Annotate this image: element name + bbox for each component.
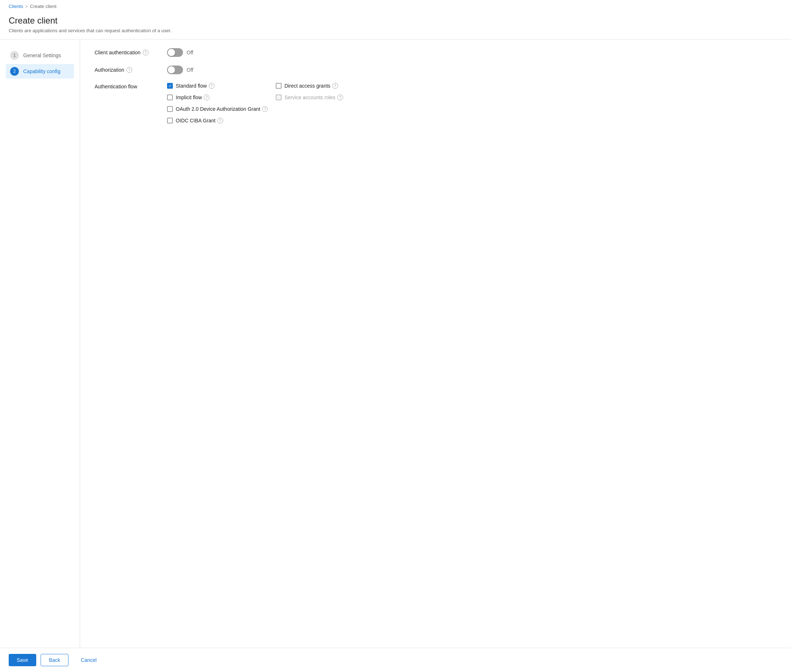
authorization-toggle-label: Off	[187, 67, 193, 73]
implicit-flow-checkbox-box	[167, 94, 173, 100]
service-accounts-roles-label: Service accounts roles ?	[284, 94, 343, 100]
main-content: Client authentication ? Off Authorizatio…	[80, 40, 791, 668]
authentication-flow-grid: ✓ Standard flow ? Direct access grants ?	[167, 83, 370, 123]
page-header: Create client Clients are applications a…	[0, 13, 791, 40]
oauth2-device-label: OAuth 2.0 Device Authorization Grant ?	[176, 106, 268, 112]
client-authentication-help-icon[interactable]: ?	[143, 50, 149, 55]
authorization-toggle-track	[167, 66, 183, 74]
standard-flow-label: Standard flow ?	[176, 83, 215, 89]
standard-flow-help-icon[interactable]: ?	[209, 83, 215, 89]
breadcrumb-parent-link[interactable]: Clients	[9, 4, 23, 9]
oauth2-device-checkbox-box	[167, 106, 173, 112]
checkbox-oidc-ciba[interactable]: OIDC CIBA Grant ?	[167, 118, 370, 123]
oidc-ciba-label: OIDC CIBA Grant ?	[176, 118, 223, 123]
implicit-flow-help-icon[interactable]: ?	[204, 94, 209, 100]
direct-access-grants-checkbox-box	[276, 83, 282, 89]
breadcrumb-separator: >	[26, 4, 28, 9]
back-button[interactable]: Back	[40, 654, 69, 666]
cancel-button[interactable]: Cancel	[73, 654, 105, 666]
page-subtitle: Clients are applications and services th…	[9, 28, 782, 33]
sidebar-label-capability-config: Capability config	[23, 69, 61, 74]
client-authentication-toggle-label: Off	[187, 50, 193, 55]
authorization-toggle-wrapper: Off	[167, 66, 193, 74]
step-circle-1: 1	[10, 51, 19, 60]
service-accounts-roles-checkbox-box	[276, 94, 282, 100]
oidc-ciba-checkbox-box	[167, 118, 173, 123]
checkbox-oauth2-device[interactable]: OAuth 2.0 Device Authorization Grant ?	[167, 106, 370, 112]
breadcrumb-current: Create client	[30, 4, 56, 9]
direct-access-grants-label: Direct access grants ?	[284, 83, 338, 89]
step-circle-2: 2	[10, 67, 19, 76]
client-authentication-toggle-wrapper: Off	[167, 48, 193, 57]
save-button[interactable]: Save	[9, 654, 36, 666]
authentication-flow-section: Authentication flow ✓ Standard flow ?	[95, 83, 777, 123]
client-authentication-toggle[interactable]	[167, 48, 183, 57]
authorization-help-icon[interactable]: ?	[127, 67, 132, 73]
breadcrumb: Clients > Create client	[0, 0, 791, 13]
main-layout: 1 General Settings 2 Capability config C…	[0, 40, 791, 668]
checkbox-standard-flow[interactable]: ✓ Standard flow ?	[167, 83, 261, 89]
sidebar-item-capability-config[interactable]: 2 Capability config	[6, 64, 74, 78]
sidebar: 1 General Settings 2 Capability config	[0, 40, 80, 668]
authorization-toggle[interactable]	[167, 66, 183, 74]
sidebar-item-general-settings[interactable]: 1 General Settings	[6, 48, 74, 62]
authorization-toggle-thumb	[168, 66, 175, 74]
authentication-flow-label: Authentication flow	[95, 83, 167, 90]
implicit-flow-label: Implicit flow ?	[176, 94, 209, 100]
page-title: Create client	[9, 16, 782, 26]
direct-access-grants-help-icon[interactable]: ?	[332, 83, 338, 89]
client-authentication-toggle-track	[167, 48, 183, 57]
authorization-row: Authorization ? Off	[95, 66, 777, 74]
oauth2-device-help-icon[interactable]: ?	[262, 106, 268, 112]
authorization-label: Authorization ?	[95, 67, 167, 73]
client-authentication-toggle-thumb	[168, 49, 175, 56]
checkbox-direct-access-grants[interactable]: Direct access grants ?	[276, 83, 370, 89]
client-authentication-row: Client authentication ? Off	[95, 48, 777, 57]
sidebar-label-general-settings: General Settings	[23, 53, 61, 58]
oidc-ciba-help-icon[interactable]: ?	[217, 118, 223, 123]
client-authentication-label: Client authentication ?	[95, 50, 167, 55]
standard-flow-checkmark: ✓	[168, 84, 172, 88]
footer: Save Back Cancel	[0, 648, 791, 668]
checkbox-service-accounts-roles: Service accounts roles ?	[276, 94, 370, 100]
service-accounts-roles-help-icon: ?	[337, 94, 343, 100]
standard-flow-checkbox-box: ✓	[167, 83, 173, 89]
checkbox-implicit-flow[interactable]: Implicit flow ?	[167, 94, 261, 100]
